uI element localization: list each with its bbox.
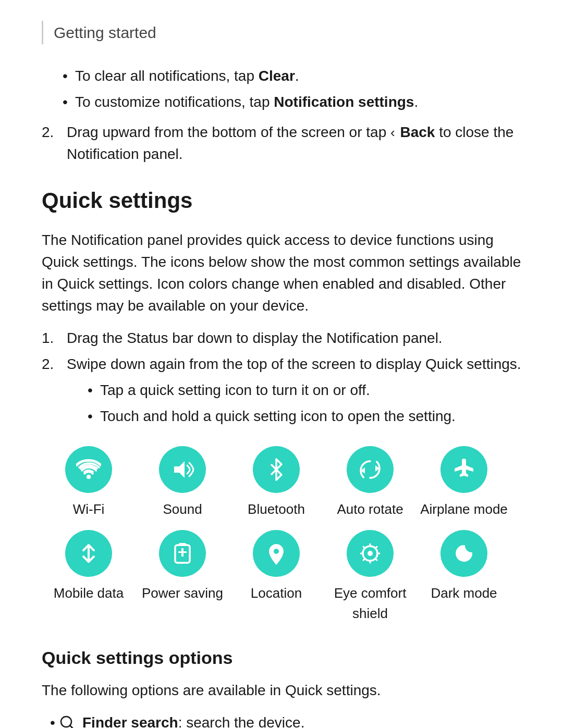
location-icon-circle [253, 530, 300, 577]
qs-item-powersaving: Power saving [136, 530, 229, 624]
location-label: Location [251, 583, 302, 603]
airplane-label: Airplane mode [420, 499, 508, 520]
eyecomfort-icon-circle [347, 530, 394, 577]
bullet-item-clear: To clear all notifications, tap Clear. [63, 65, 521, 87]
svg-line-20 [70, 725, 75, 728]
qs-options-title: Quick settings options [42, 645, 521, 671]
qs-item-airplane: Airplane mode [417, 446, 511, 520]
qs-item-bluetooth: Bluetooth [229, 446, 323, 520]
svg-point-18 [368, 551, 373, 556]
darkmode-label: Dark mode [431, 583, 497, 603]
bluetooth-icon [264, 457, 289, 482]
svg-line-15 [375, 559, 377, 560]
close-panel-step: 2. Drag upward from the bottom of the sc… [42, 121, 521, 165]
qs-sub-bullet-1: Tap a quick setting icon to turn it on o… [88, 379, 521, 401]
qs-item-wifi: Wi-Fi [42, 446, 136, 520]
svg-point-8 [274, 549, 279, 554]
qs-step-2-text: Swipe down again from the top of the scr… [67, 356, 521, 372]
svg-line-16 [375, 547, 377, 548]
bluetooth-icon-circle [253, 446, 300, 493]
bullet-item-notification-settings: To customize notifications, tap Notifica… [63, 91, 521, 113]
svg-line-17 [363, 559, 365, 560]
wifi-icon [76, 457, 101, 482]
quick-settings-steps: 1. Drag the Status bar down to display t… [42, 327, 521, 427]
search-icon [58, 714, 77, 728]
svg-rect-5 [179, 543, 186, 546]
mobiledata-label: Mobile data [54, 583, 124, 603]
qs-step-2: 2. Swipe down again from the top of the … [42, 353, 521, 427]
page-title: Getting started [54, 24, 156, 41]
sound-icon [170, 457, 195, 482]
mobiledata-icon-circle [65, 530, 112, 577]
powersaving-icon-circle [159, 530, 206, 577]
option-finder-search: Finder search: search the device. [52, 712, 521, 728]
qs-step-1: 1. Drag the Status bar down to display t… [42, 327, 521, 349]
qs-item-sound: Sound [136, 446, 229, 520]
autorotate-icon [358, 457, 383, 482]
qs-item-eyecomfort: Eye comfort shield [323, 530, 417, 624]
quick-settings-description: The Notification panel provides quick ac… [42, 229, 521, 317]
autorotate-icon-circle [347, 446, 394, 493]
svg-marker-1 [174, 461, 185, 478]
qs-item-darkmode: Dark mode [417, 530, 511, 624]
darkmode-icon [451, 541, 476, 566]
darkmode-icon-circle [440, 530, 487, 577]
page-header: Getting started [42, 21, 521, 44]
back-icon: ‹ [390, 122, 395, 143]
qs-sub-bullet-2: Touch and hold a quick setting icon to o… [88, 405, 521, 427]
qs-item-mobiledata: Mobile data [42, 530, 136, 624]
close-panel-steps: 2. Drag upward from the bottom of the sc… [42, 121, 521, 165]
mobiledata-icon [76, 541, 101, 566]
airplane-icon-circle [440, 446, 487, 493]
bluetooth-label: Bluetooth [248, 499, 305, 520]
sound-icon-circle [159, 446, 206, 493]
powersaving-icon [170, 541, 195, 566]
wifi-icon-circle [65, 446, 112, 493]
qs-item-location: Location [229, 530, 323, 624]
qs-sub-bullets: Tap a quick setting icon to turn it on o… [67, 379, 521, 427]
svg-rect-7 [181, 548, 183, 557]
powersaving-label: Power saving [142, 583, 223, 603]
intro-bullet-list: To clear all notifications, tap Clear. T… [42, 65, 521, 113]
eyecomfort-icon [358, 541, 383, 566]
sound-label: Sound [163, 499, 202, 520]
qs-step-1-text: Drag the Status bar down to display the … [67, 330, 443, 346]
svg-point-0 [87, 475, 91, 479]
location-icon [264, 541, 289, 566]
svg-line-14 [363, 547, 365, 548]
eyecomfort-label: Eye comfort shield [323, 583, 417, 624]
quick-settings-icons-grid: Wi-Fi Sound Bluetooth [42, 446, 521, 624]
quick-settings-title: Quick settings [42, 184, 521, 217]
wifi-label: Wi-Fi [73, 499, 105, 520]
qs-options-list: Finder search: search the device. Power … [42, 712, 521, 728]
autorotate-label: Auto rotate [337, 499, 403, 520]
qs-options-description: The following options are available in Q… [42, 680, 521, 701]
qs-item-autorotate: Auto rotate [323, 446, 417, 520]
airplane-icon [451, 457, 476, 482]
